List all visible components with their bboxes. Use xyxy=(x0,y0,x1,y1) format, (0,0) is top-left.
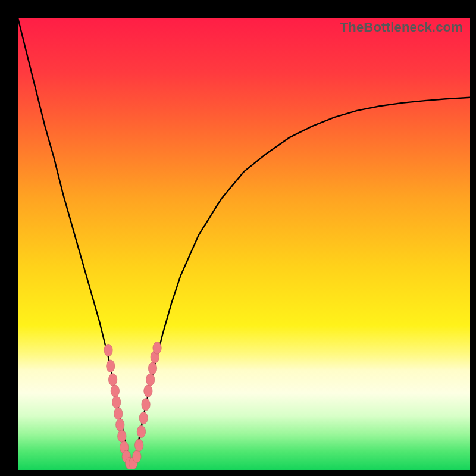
data-point xyxy=(104,344,112,356)
data-point xyxy=(144,385,152,397)
data-point xyxy=(108,374,117,386)
bottleneck-curve xyxy=(18,18,470,465)
data-point xyxy=(114,408,123,420)
data-point xyxy=(107,360,115,372)
plot-area: TheBottleneck.com xyxy=(18,18,470,470)
data-points xyxy=(104,342,162,469)
data-point xyxy=(139,412,148,424)
curve-layer xyxy=(18,18,470,470)
data-point xyxy=(116,419,124,431)
data-point xyxy=(146,374,154,386)
data-point xyxy=(148,362,156,375)
data-point xyxy=(133,450,141,463)
data-point xyxy=(142,399,150,411)
data-point xyxy=(118,430,126,443)
chart-frame: TheBottleneck.com xyxy=(0,0,476,476)
data-point xyxy=(112,396,120,409)
data-point xyxy=(137,425,145,438)
watermark-text: TheBottleneck.com xyxy=(340,20,463,35)
data-point xyxy=(134,439,143,452)
data-point xyxy=(153,342,161,355)
data-point xyxy=(111,385,119,397)
